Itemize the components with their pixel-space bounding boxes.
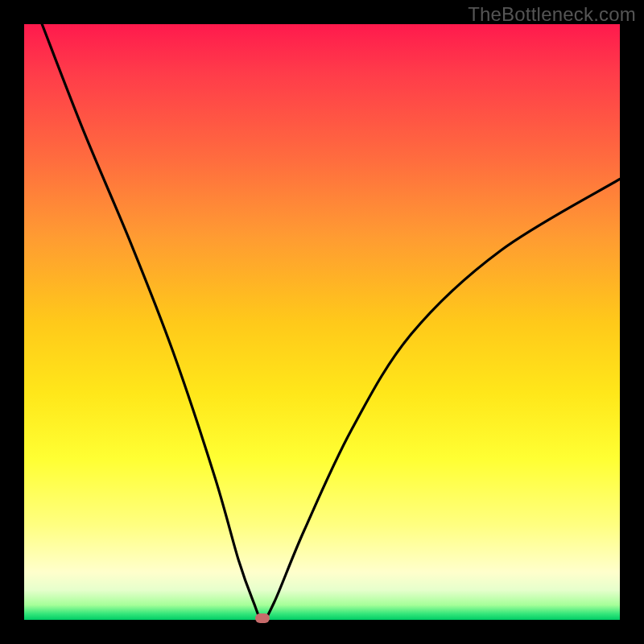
watermark-text: TheBottleneck.com [468, 3, 636, 26]
bottleneck-curve [24, 24, 620, 620]
optimal-point-marker [255, 613, 270, 623]
chart-plot-area [24, 24, 620, 620]
